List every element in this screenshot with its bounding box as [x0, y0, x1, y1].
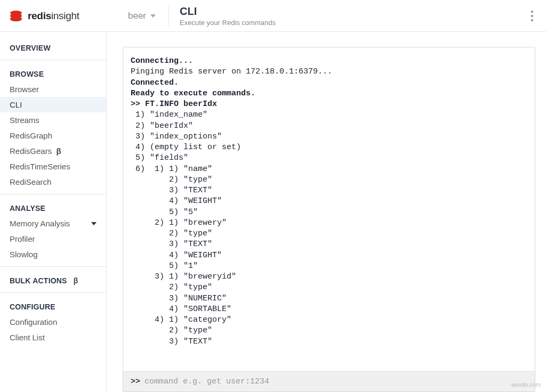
redis-logo-icon	[9, 10, 23, 22]
sidebar-item-redisgears[interactable]: RedisGears β	[0, 143, 106, 159]
sidebar-item-profiler[interactable]: Profiler	[0, 231, 106, 247]
beta-badge: β	[74, 276, 78, 285]
brand-logo[interactable]: redisinsight	[9, 10, 115, 22]
cli-input-prompt: >>	[131, 377, 140, 386]
cli-panel: Connecting...Pinging Redis server on 172…	[123, 47, 535, 392]
sidebar-item-cli[interactable]: CLI	[0, 97, 106, 112]
sidebar-item-redisgraph[interactable]: RedisGraph	[0, 128, 106, 143]
svg-point-4	[10, 17, 22, 21]
chevron-down-icon	[150, 14, 156, 18]
nav-section-analyse: ANALYSE	[0, 199, 106, 216]
topbar: redisinsight beer CLI Execute your Redis…	[0, 0, 546, 32]
main-content: Connecting...Pinging Redis server on 172…	[107, 32, 546, 392]
sidebar-item-slowlog[interactable]: Slowlog	[0, 247, 106, 262]
sidebar: OVERVIEW BROWSE Browser CLI Streams Redi…	[0, 32, 107, 392]
sidebar-item-client-list[interactable]: Client List	[0, 330, 106, 345]
cli-output[interactable]: Connecting...Pinging Redis server on 172…	[123, 47, 535, 371]
nav-section-overview[interactable]: OVERVIEW	[0, 38, 106, 55]
brand-name: redisinsight	[28, 10, 79, 22]
beta-badge: β	[56, 146, 61, 156]
nav-separator	[0, 194, 106, 194]
sidebar-item-streams[interactable]: Streams	[0, 112, 106, 128]
nav-separator	[0, 292, 106, 293]
page-header: CLI Execute your Redis commands	[169, 5, 286, 27]
nav-section-bulk-actions[interactable]: BULK ACTIONS β	[0, 271, 106, 288]
nav-separator	[0, 266, 106, 267]
sidebar-item-memory-analysis[interactable]: Memory Analysis	[0, 216, 106, 231]
page-title: CLI	[180, 5, 276, 18]
database-name: beer	[128, 11, 146, 21]
caret-down-icon	[91, 222, 97, 225]
nav-separator	[0, 60, 106, 60]
sidebar-item-redistimeseries[interactable]: RedisTimeSeries	[0, 159, 106, 174]
sidebar-item-redisearch[interactable]: RediSearch	[0, 174, 106, 190]
cli-input-bar[interactable]: >>	[123, 371, 535, 391]
watermark: wsxdn.com	[511, 381, 541, 388]
database-selector[interactable]: beer	[115, 11, 168, 21]
page-subtitle: Execute your Redis commands	[180, 19, 276, 27]
nav-section-configure: CONFIGURE	[0, 297, 106, 314]
cli-command-input[interactable]	[144, 377, 527, 386]
kebab-menu-icon[interactable]	[527, 6, 537, 26]
sidebar-item-browser[interactable]: Browser	[0, 81, 106, 97]
nav-section-browse: BROWSE	[0, 64, 106, 81]
sidebar-item-configuration[interactable]: Configuration	[0, 314, 106, 330]
